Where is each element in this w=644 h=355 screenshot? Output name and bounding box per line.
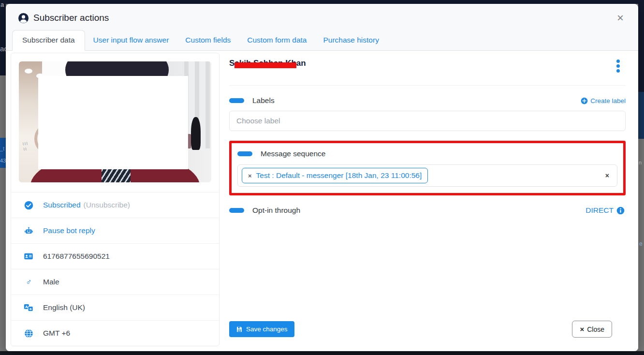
name-row: Sakib Sabban Khan [229, 59, 626, 73]
subscriber-id-row: 6176877655690521 [11, 243, 219, 269]
sequence-title: Message sequence [261, 149, 325, 158]
tab-user-input-flow-answer[interactable]: User input flow answer [85, 30, 177, 50]
choose-label-input[interactable] [229, 111, 626, 131]
id-card-icon [24, 251, 33, 261]
male-icon: ♂ [24, 277, 33, 287]
select-clear-icon[interactable]: × [605, 172, 609, 179]
close-x-icon: × [580, 325, 584, 333]
language-row: A a English (UK) [11, 295, 219, 320]
subscribed-label[interactable]: Subscribed [43, 201, 81, 209]
pause-bot-reply-label[interactable]: Pause bot reply [43, 226, 95, 235]
backdrop-right-navy [638, 4, 644, 92]
timezone-value: GMT +6 [43, 329, 70, 338]
backdrop-bottom-strip [0, 351, 644, 355]
divider [229, 85, 626, 86]
optin-title: Opt-in through [252, 206, 300, 215]
create-label-button[interactable]: Create label [581, 97, 626, 104]
optin-value: DIRECT [585, 206, 614, 215]
globe-icon [24, 329, 33, 338]
pause-bot-reply-row[interactable]: Pause bot reply [11, 218, 219, 243]
backdrop-text-fragment: 43 [0, 158, 6, 163]
save-changes-button[interactable]: Save changes [229, 321, 294, 337]
optin-pill-icon [229, 208, 244, 213]
photo-light [25, 69, 32, 74]
create-label-text: Create label [590, 97, 626, 104]
timezone-row: GMT +6 [11, 320, 219, 346]
check-circle-icon [24, 201, 33, 210]
subscriber-actions-modal: Subscriber actions × Subscriber data Use… [6, 4, 638, 351]
language-icon: A a [24, 303, 33, 312]
kebab-menu-icon[interactable] [616, 59, 620, 73]
labels-pill-icon [229, 98, 244, 103]
modal-header: Subscriber actions × [6, 4, 638, 30]
optin-row: Opt-in through DIRECT [229, 206, 626, 215]
backdrop-text-fragment: e [639, 240, 644, 247]
backdrop-right-blue-block [638, 92, 644, 139]
labels-title: Labels [252, 96, 275, 105]
sequence-tag[interactable]: × Test : Default - messenger [18th Jan, … [242, 168, 428, 183]
close-button[interactable]: × Close [572, 321, 612, 338]
plus-circle-icon [581, 97, 588, 104]
profile-photo: ⌇⌇⌇⌇⌇ [19, 61, 211, 182]
message-sequence-highlight: Message sequence × Test : Default - mess… [229, 141, 626, 195]
tab-bar: Subscriber data User input flow answer C… [6, 30, 638, 51]
name-redaction-bar [234, 62, 296, 68]
language-value: English (UK) [43, 303, 85, 312]
photo-background-person [191, 117, 201, 150]
subscription-status-row[interactable]: Subscribed (Unsubscribe) [11, 192, 219, 218]
tab-custom-fields[interactable]: Custom fields [177, 30, 239, 50]
subscriber-detail-panel: Sakib Sabban Khan Labels [229, 53, 626, 351]
backdrop-text-fragment: n [639, 160, 644, 165]
gender-row: ♂ Male [11, 269, 219, 295]
sequence-tag-text: Test : Default - messenger [18th Jan, 23… [256, 171, 422, 180]
profile-photo-wrap: ⌇⌇⌇⌇⌇ [11, 53, 219, 192]
backdrop-text-fragment: ac [0, 44, 6, 53]
modal-title: Subscriber actions [33, 13, 109, 23]
svg-text:A: A [25, 305, 28, 309]
labels-header-row: Labels Create label [229, 96, 626, 105]
subscriber-name: Sakib Sabban Khan [229, 59, 306, 68]
gender-value: Male [43, 278, 59, 286]
screen: a ac _t 43 n e Subscriber actions × Subs… [0, 0, 644, 355]
spacer [229, 215, 626, 321]
info-circle-icon[interactable] [616, 207, 625, 215]
sequence-header-row: Message sequence [237, 149, 617, 158]
tag-remove-icon[interactable]: × [248, 172, 252, 179]
modal-footer: Save changes × Close [229, 321, 626, 338]
sequence-pill-icon [237, 151, 252, 156]
photo-redaction-box [38, 76, 188, 169]
save-icon [236, 326, 243, 333]
tab-custom-form-data[interactable]: Custom form data [239, 30, 315, 50]
close-icon[interactable]: × [615, 12, 626, 24]
subscriber-card: ⌇⌇⌇⌇⌇ Subscribed (Unsubscribe) [11, 53, 220, 346]
modal-body: ⌇⌇⌇⌇⌇ Subscribed (Unsubscribe) [6, 51, 638, 351]
tab-purchase-history[interactable]: Purchase history [315, 30, 387, 50]
backdrop-text-fragment: _t [0, 146, 6, 151]
tab-subscriber-data[interactable]: Subscriber data [12, 30, 85, 51]
subscriber-id-value: 6176877655690521 [43, 252, 110, 261]
robot-icon [24, 226, 33, 236]
backdrop-top-strip [0, 0, 644, 4]
optin-value-wrap: DIRECT [585, 206, 625, 215]
person-circle-icon [18, 13, 29, 24]
backdrop-left-navy [0, 4, 6, 75]
sequence-select[interactable]: × Test : Default - messenger [18th Jan, … [237, 164, 617, 187]
unsubscribe-label[interactable]: (Unsubscribe) [84, 201, 130, 209]
